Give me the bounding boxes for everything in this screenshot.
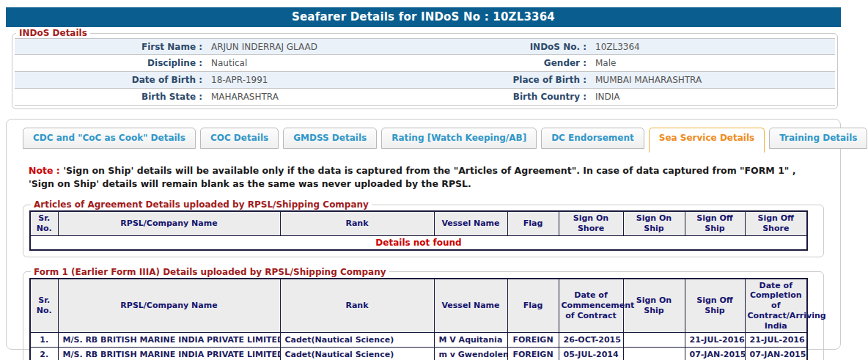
table-header-row: Sr. No. RPSL/Company Name Rank Vessel Na…: [30, 279, 807, 333]
note-prefix: Note :: [29, 165, 60, 176]
first-name-value: ARJUN INDERRAJ GLAAD: [207, 42, 424, 52]
column-header: Rank: [280, 211, 434, 235]
indos-no-value: 10ZL3364: [591, 42, 835, 52]
commencement-date-cell: 26-OCT-2015: [559, 333, 623, 348]
tab-bar: CDC and "CoC as Cook" Details COC Detail…: [23, 128, 824, 152]
details-not-found-message: Details not found: [30, 235, 807, 250]
column-header: Rank: [280, 279, 434, 333]
tab-coc-details[interactable]: COC Details: [200, 128, 279, 149]
birth-country-label: Birth Country :: [424, 92, 591, 102]
date-of-birth-label: Date of Birth :: [15, 75, 207, 85]
commencement-date-cell: 05-JUL-2014: [559, 348, 623, 360]
discipline-label: Discipline :: [15, 58, 207, 68]
form1-legend: Form 1 (Earlier Form IIIA) Details uploa…: [31, 267, 389, 277]
place-of-birth-label: Place of Birth :: [424, 75, 591, 85]
discipline-value: Nautical: [207, 58, 424, 68]
table-row: 1. M/S. RB BRITISH MARINE INDIA PRIVATE …: [30, 333, 807, 348]
column-header: Sr. No.: [30, 211, 58, 235]
birth-state-label: Birth State :: [15, 92, 207, 102]
indos-no-label: INDoS No. :: [424, 42, 591, 52]
indos-details-legend: INDoS Details: [16, 28, 90, 38]
column-header: Sr. No.: [30, 279, 58, 333]
articles-of-agreement-section: Articles of Agreement Details uploaded b…: [23, 199, 824, 257]
table-header-row: Sr. No. RPSL/Company Name Rank Vessel Na…: [30, 211, 807, 235]
completion-date-cell: 21-JUL-2016: [745, 333, 807, 348]
tab-cdc-coc-as-cook-details[interactable]: CDC and "CoC as Cook" Details: [23, 128, 196, 149]
detail-row: Birth State : MAHARASHTRA Birth Country …: [15, 89, 835, 106]
vessel-name-cell: M V Aquitania: [434, 333, 507, 348]
column-header: Sign Off Shore: [745, 211, 807, 235]
column-header: Sign Off Ship: [685, 211, 745, 235]
detail-row: Discipline : Nautical Gender : Male: [15, 55, 835, 72]
birth-state-value: MAHARASHTRA: [207, 92, 424, 102]
first-name-label: First Name :: [15, 42, 207, 52]
company-name-cell: M/S. RB BRITISH MARINE INDIA PRIVATE LIM…: [58, 333, 280, 348]
sign-on-ship-cell: [623, 348, 685, 360]
sr-no-cell: 1.: [30, 333, 58, 348]
detail-row: First Name : ARJUN INDERRAJ GLAAD INDoS …: [15, 38, 835, 55]
column-header: Date of Commencement of Contract: [559, 279, 623, 333]
company-name-cell: M/S. RB BRITISH MARINE INDIA PRIVATE LIM…: [58, 348, 280, 360]
column-header: Sign On Ship: [623, 211, 685, 235]
tab-gmdss-details[interactable]: GMDSS Details: [283, 128, 377, 149]
empty-table-row: Details not found: [30, 235, 807, 250]
column-header: RPSL/Company Name: [58, 211, 280, 235]
gender-value: Male: [591, 58, 835, 68]
sign-on-ship-cell: [623, 333, 685, 348]
articles-of-agreement-legend: Articles of Agreement Details uploaded b…: [31, 199, 372, 210]
page-title: Seafarer Details for INDoS No : 10ZL3364: [6, 7, 841, 27]
rank-cell: Cadet(Nautical Science): [280, 333, 434, 348]
sea-service-panel: CDC and "CoC as Cook" Details COC Detail…: [6, 119, 841, 350]
tab-sea-service-details[interactable]: Sea Service Details: [649, 128, 765, 153]
place-of-birth-value: MUMBAI MAHARASHTRA: [591, 75, 835, 85]
flag-cell: FOREIGN: [507, 348, 559, 360]
column-header: Flag: [507, 211, 559, 235]
birth-country-value: INDIA: [591, 92, 835, 102]
sign-on-ship-note: Note : 'Sign on Ship' details will be av…: [29, 164, 818, 190]
table-row: 2. M/S. RB BRITISH MARINE INDIA PRIVATE …: [30, 348, 807, 360]
tab-dc-endorsement[interactable]: DC Endorsement: [541, 128, 644, 149]
date-of-birth-value: 18-APR-1991: [207, 75, 424, 85]
sr-no-cell: 2.: [30, 348, 58, 360]
column-header: Vessel Name: [434, 279, 507, 333]
vessel-name-cell: m v Gwendolen: [434, 348, 507, 360]
detail-row: Date of Birth : 18-APR-1991 Place of Bir…: [15, 72, 835, 89]
sign-off-ship-cell: 21-JUL-2016: [685, 333, 745, 348]
gender-label: Gender :: [424, 58, 591, 68]
column-header: RPSL/Company Name: [58, 279, 280, 333]
column-header: Date of Completion of Contract/Arriving …: [745, 279, 807, 333]
completion-date-cell: 07-JAN-2015: [745, 348, 807, 360]
indos-details-section: INDoS Details First Name : ARJUN INDERRA…: [12, 28, 838, 109]
tab-training-details[interactable]: Training Details: [769, 128, 867, 149]
flag-cell: FOREIGN: [507, 333, 559, 348]
rank-cell: Cadet(Nautical Science): [280, 348, 434, 360]
sign-off-ship-cell: 07-JAN-2015: [685, 348, 745, 360]
column-header: Sign Off Ship: [685, 279, 745, 333]
column-header: Flag: [507, 279, 559, 333]
form1-table: Sr. No. RPSL/Company Name Rank Vessel Na…: [29, 278, 808, 360]
column-header: Sign On Shore: [559, 211, 623, 235]
articles-of-agreement-table: Sr. No. RPSL/Company Name Rank Vessel Na…: [29, 210, 808, 251]
tab-rating-watch-keeping-ab[interactable]: Rating [Watch Keeping/AB]: [381, 128, 537, 149]
note-text: 'Sign on Ship' details will be available…: [29, 165, 795, 189]
column-header: Vessel Name: [434, 211, 507, 235]
form1-section: Form 1 (Earlier Form IIIA) Details uploa…: [23, 267, 824, 360]
